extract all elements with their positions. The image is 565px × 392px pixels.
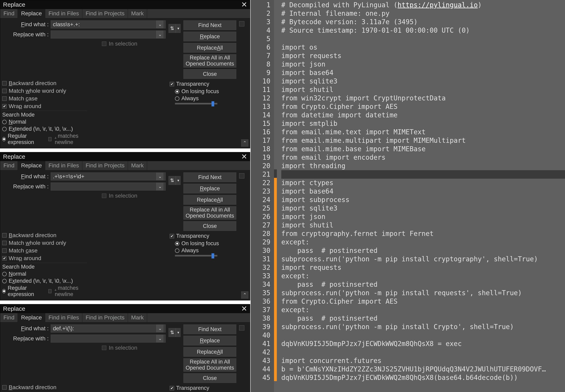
code-line: import shutil [281,85,565,94]
tab-find[interactable]: Find [0,161,18,170]
collapse-caret-icon[interactable]: ⌃ [241,139,248,147]
tab-find-in-files[interactable]: Find in Files [45,161,82,170]
backward-option[interactable]: Backward direction [2,384,87,391]
close-icon[interactable]: ✕ [241,305,247,312]
extra-checkbox[interactable] [239,173,244,179]
tab-find-in-projects[interactable]: Find in Projects [82,161,128,170]
swap-button[interactable]: ⇅ [169,24,176,33]
code-line: from win32crypt import CryptUnprotectDat… [281,94,565,102]
tab-find-in-projects[interactable]: Find in Projects [82,313,128,322]
close-button[interactable]: Close [183,373,236,383]
sm-regex[interactable]: Regular expression. matches newline [2,285,87,297]
titlebar: Replace ✕ [0,304,250,313]
replace-all-button[interactable]: Replace All [183,195,236,205]
tab-find[interactable]: Find [0,313,18,322]
tab-replace[interactable]: Replace [18,161,45,170]
tab-replace[interactable]: Replace [18,9,45,18]
tab-find-in-files[interactable]: Find in Files [45,9,82,18]
line-number: 18 [251,145,270,153]
collapse-caret-icon[interactable]: ⌃ [241,291,248,299]
line-number: 30 [251,246,270,255]
transp-always[interactable]: Always [175,247,242,254]
marker-strip [274,0,277,392]
transparency-title[interactable]: Transparency [170,385,242,391]
chevron-down-icon[interactable]: ⌄ [156,325,163,332]
marker [274,212,277,220]
chevron-down-icon[interactable]: ⌄ [156,31,163,38]
sm-extended[interactable]: Extended (\n, \r, \t, \0, \x...) [2,126,87,132]
replace-button[interactable]: Replace [183,184,236,193]
dot-newline-checkbox[interactable] [48,289,51,293]
checkbox-icon[interactable] [102,194,106,198]
backward-option[interactable]: Backward direction [2,232,87,238]
close-button[interactable]: Close [183,69,236,79]
chevron-down-icon[interactable]: ⌄ [156,173,163,180]
find-input[interactable]: def.+\(\):⌄ [51,324,166,333]
swap-dropdown[interactable]: ▾ [176,328,181,337]
tab-find-in-projects[interactable]: Find in Projects [82,9,128,18]
transparency-slider[interactable] [175,103,217,104]
find-next-button[interactable]: Find Next [183,20,236,30]
swap-button[interactable]: ⇅ [169,328,176,337]
replace-all-opened-button[interactable]: Replace All in All Opened Documents [183,206,236,220]
chevron-down-icon[interactable]: ⌄ [156,21,163,28]
find-next-button[interactable]: Find Next [183,172,236,182]
match-case-option[interactable]: Match case [2,247,87,254]
extra-checkbox[interactable] [239,21,244,27]
extra-checkbox[interactable] [239,325,244,331]
in-selection-option[interactable]: In selection [102,41,166,47]
sm-normal[interactable]: Normal [2,119,87,125]
find-next-button[interactable]: Find Next [183,324,236,334]
code-line [281,331,565,340]
marker [274,263,277,271]
transparency-title[interactable]: Transparency [170,233,242,239]
swap-dropdown[interactable]: ▾ [176,176,181,185]
find-input[interactable]: class\s+.+:⌄ [51,20,166,28]
chevron-down-icon[interactable]: ⌄ [156,183,163,190]
checkbox-icon[interactable] [102,42,106,46]
replace-all-opened-button[interactable]: Replace All in All Opened Documents [183,54,236,68]
replace-input[interactable]: ⌄ [51,335,166,343]
sm-normal[interactable]: Normal [2,271,87,277]
in-selection-option[interactable]: In selection [102,345,166,351]
in-selection-option[interactable]: In selection [102,193,166,199]
code-line [281,348,565,357]
backward-option[interactable]: Backward direction [2,80,87,86]
transp-always[interactable]: Always [175,95,242,102]
replace-input[interactable]: ⌄ [51,182,166,191]
code-line: subprocess.run('python -m pip install Cr… [281,323,565,331]
tab-mark[interactable]: Mark [128,9,147,18]
whole-word-option[interactable]: Match whole word only [2,88,87,94]
transparency-slider[interactable] [175,255,217,256]
sm-regex[interactable]: Regular expression. matches newline [2,133,87,145]
replace-all-button[interactable]: Replace All [183,347,236,357]
swap-dropdown[interactable]: ▾ [176,24,181,33]
whole-word-option[interactable]: Match whole word only [2,240,87,246]
tab-mark[interactable]: Mark [128,313,147,322]
chevron-down-icon[interactable]: ⌄ [156,335,163,342]
replace-input[interactable]: ⌄ [51,30,166,39]
replace-button[interactable]: Replace [183,32,236,41]
close-icon[interactable]: ✕ [241,1,247,8]
transp-on-losing[interactable]: On losing focus [175,240,242,247]
find-input[interactable]: .+\s+=\s+\d+⌄ [51,172,166,181]
tab-find-in-files[interactable]: Find in Files [45,313,82,322]
replace-all-button[interactable]: Replace All [183,43,236,53]
transparency-title[interactable]: Transparency [170,81,242,87]
replace-all-opened-button[interactable]: Replace All in All Opened Documents [183,358,236,372]
tab-find[interactable]: Find [0,9,18,18]
wrap-option[interactable]: Wrap around [2,103,87,110]
tab-mark[interactable]: Mark [128,161,147,170]
replace-button[interactable]: Replace [183,336,236,345]
close-icon[interactable]: ✕ [241,153,247,160]
match-case-option[interactable]: Match case [2,95,87,102]
marker [274,186,277,195]
tab-replace[interactable]: Replace [18,313,45,322]
transp-on-losing[interactable]: On losing focus [175,88,242,95]
sm-extended[interactable]: Extended (\n, \r, \t, \0, \x...) [2,278,87,284]
dot-newline-checkbox[interactable] [48,137,51,141]
wrap-option[interactable]: Wrap around [2,255,87,262]
checkbox-icon[interactable] [102,346,106,350]
close-button[interactable]: Close [183,221,236,231]
swap-button[interactable]: ⇅ [169,176,176,185]
